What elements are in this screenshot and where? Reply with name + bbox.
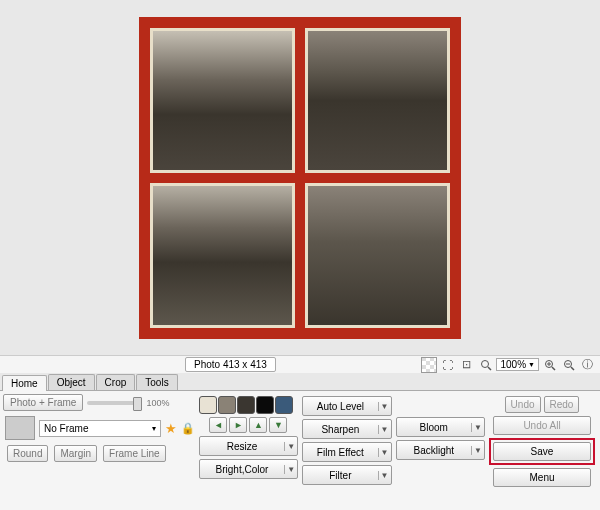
canvas-area[interactable] <box>0 0 600 355</box>
swatch[interactable] <box>275 396 293 414</box>
round-button[interactable]: Round <box>7 445 48 462</box>
svg-point-0 <box>481 360 488 367</box>
photo-collage[interactable] <box>139 17 461 339</box>
sharpen-button[interactable]: Sharpen▼ <box>302 419 391 439</box>
bright-color-label: Bright,Color <box>200 464 284 475</box>
controls-panel: Photo + Frame 100% No Frame ▾ ★ 🔒 Round … <box>0 391 600 510</box>
sharpen-label: Sharpen <box>303 424 377 435</box>
swatch[interactable] <box>256 396 274 414</box>
collage-cell[interactable] <box>150 28 295 173</box>
opacity-value: 100% <box>146 398 169 408</box>
color-swatches <box>199 396 298 414</box>
opacity-slider[interactable] <box>87 401 142 405</box>
film-effect-label: Film Effect <box>303 447 377 458</box>
arrow-left-icon[interactable]: ◄ <box>209 417 227 433</box>
resize-label: Resize <box>200 441 284 452</box>
zoom-out-icon[interactable] <box>560 356 577 373</box>
save-highlight: Save <box>489 438 595 465</box>
film-effect-button[interactable]: Film Effect▼ <box>302 442 391 462</box>
auto-level-button[interactable]: Auto Level▼ <box>302 396 391 416</box>
undo-all-button[interactable]: Undo All <box>493 416 591 435</box>
resize-button[interactable]: Resize▼ <box>199 436 298 456</box>
info-bar: Photo 413 x 413 ⛶ ⊡ 100%▼ ⓘ <box>0 355 600 373</box>
photo-frame-button[interactable]: Photo + Frame <box>3 394 83 411</box>
swatch[interactable] <box>199 396 217 414</box>
fit-screen-icon[interactable]: ⊡ <box>458 356 475 373</box>
frame-thumbnail <box>5 416 35 440</box>
save-button[interactable]: Save <box>493 442 591 461</box>
bloom-label: Bloom <box>397 422 471 433</box>
filter-label: Filter <box>303 470 377 481</box>
info-icon[interactable]: ⓘ <box>579 356 596 373</box>
arrow-down-icon[interactable]: ▼ <box>269 417 287 433</box>
frameline-button[interactable]: Frame Line <box>103 445 166 462</box>
tab-home[interactable]: Home <box>2 375 47 391</box>
svg-line-1 <box>488 367 491 370</box>
redo-button[interactable]: Redo <box>544 396 580 413</box>
svg-line-5 <box>552 367 555 370</box>
margin-button[interactable]: Margin <box>54 445 97 462</box>
zoom-level[interactable]: 100%▼ <box>496 358 539 371</box>
lock-icon[interactable]: 🔒 <box>181 422 195 435</box>
zoom-reset-icon[interactable] <box>477 356 494 373</box>
arrow-up-icon[interactable]: ▲ <box>249 417 267 433</box>
auto-level-label: Auto Level <box>303 401 377 412</box>
favorite-icon[interactable]: ★ <box>165 421 177 436</box>
frame-dropdown-label: No Frame <box>44 423 88 434</box>
zoom-in-icon[interactable] <box>541 356 558 373</box>
fit-selection-icon[interactable]: ⛶ <box>439 356 456 373</box>
zoom-value: 100% <box>500 359 526 370</box>
transparency-icon[interactable] <box>421 357 437 373</box>
bloom-button[interactable]: Bloom▼ <box>396 417 485 437</box>
collage-cell[interactable] <box>305 28 450 173</box>
undo-button[interactable]: Undo <box>505 396 541 413</box>
swatch[interactable] <box>237 396 255 414</box>
tab-crop[interactable]: Crop <box>96 374 136 390</box>
bright-color-button[interactable]: Bright,Color▼ <box>199 459 298 479</box>
svg-line-8 <box>571 367 574 370</box>
collage-cell[interactable] <box>150 183 295 328</box>
photo-dimensions: Photo 413 x 413 <box>185 357 276 372</box>
backlight-label: Backlight <box>397 445 471 456</box>
tab-object[interactable]: Object <box>48 374 95 390</box>
collage-cell[interactable] <box>305 183 450 328</box>
frame-dropdown[interactable]: No Frame ▾ <box>39 420 161 437</box>
backlight-button[interactable]: Backlight▼ <box>396 440 485 460</box>
arrow-right-icon[interactable]: ► <box>229 417 247 433</box>
swatch[interactable] <box>218 396 236 414</box>
menu-button[interactable]: Menu <box>493 468 591 487</box>
tab-bar: Home Object Crop Tools <box>0 373 600 391</box>
filter-button[interactable]: Filter▼ <box>302 465 391 485</box>
tab-tools[interactable]: Tools <box>136 374 177 390</box>
